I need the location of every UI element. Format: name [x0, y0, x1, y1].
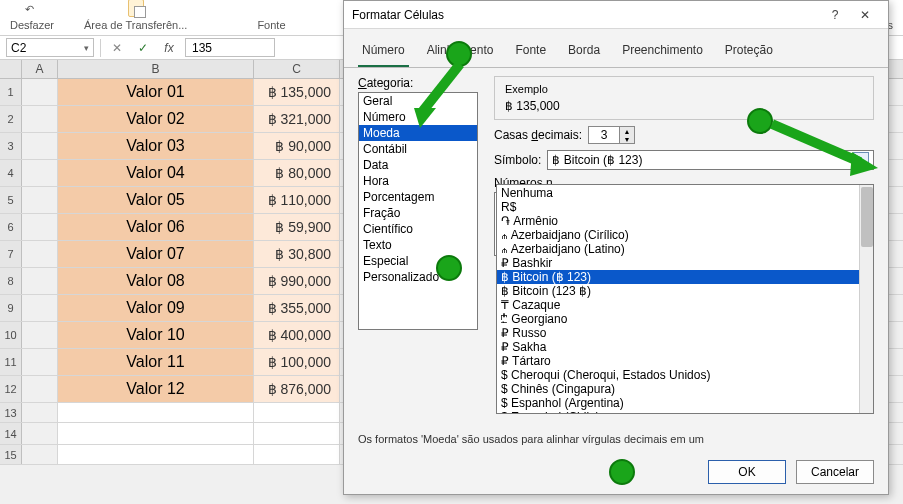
cell[interactable]: ฿ 990,000 [254, 268, 340, 294]
cell[interactable] [58, 445, 254, 464]
category-option[interactable]: Geral [359, 93, 477, 109]
symbol-option[interactable]: ₸ Cazaque [497, 298, 859, 312]
tab-número[interactable]: Número [358, 39, 409, 67]
symbol-option[interactable]: Nenhuma [497, 186, 859, 200]
name-box[interactable]: C2▾ [6, 38, 94, 57]
row-header[interactable]: 2 [0, 106, 22, 132]
cell[interactable]: ฿ 80,000 [254, 160, 340, 186]
col-header[interactable]: A [22, 60, 58, 78]
help-button[interactable]: ? [820, 8, 850, 22]
row-header[interactable]: 12 [0, 376, 22, 402]
symbol-option[interactable]: $ Espanhol (Chile) [497, 410, 859, 413]
row-header[interactable]: 11 [0, 349, 22, 375]
cell[interactable]: Valor 08 [58, 268, 254, 294]
row-header[interactable]: 13 [0, 403, 22, 422]
scrollbar[interactable] [859, 185, 873, 413]
row-header[interactable]: 14 [0, 423, 22, 444]
tab-fonte[interactable]: Fonte [511, 39, 550, 67]
cell[interactable] [22, 295, 58, 321]
tab-borda[interactable]: Borda [564, 39, 604, 67]
cell[interactable]: ฿ 135,000 [254, 79, 340, 105]
fx-icon[interactable]: fx [159, 38, 179, 57]
cell[interactable]: Valor 03 [58, 133, 254, 159]
tab-alinhamento[interactable]: Alinhamento [423, 39, 498, 67]
category-option[interactable]: Número [359, 109, 477, 125]
cell[interactable] [22, 322, 58, 348]
close-button[interactable]: ✕ [850, 8, 880, 22]
category-option[interactable]: Personalizado [359, 269, 477, 285]
category-option[interactable]: Especial [359, 253, 477, 269]
cell[interactable] [58, 423, 254, 444]
cell[interactable]: Valor 09 [58, 295, 254, 321]
cell[interactable] [22, 133, 58, 159]
chevron-down-icon[interactable]: ▾ [853, 152, 869, 168]
row-header[interactable]: 8 [0, 268, 22, 294]
formula-input[interactable] [185, 38, 275, 57]
scrollbar-thumb[interactable] [861, 187, 873, 247]
decimals-input[interactable] [588, 126, 620, 144]
cell[interactable]: ฿ 100,000 [254, 349, 340, 375]
cell[interactable]: Valor 06 [58, 214, 254, 240]
cell[interactable] [22, 106, 58, 132]
cancel-formula-icon[interactable]: ✕ [107, 38, 127, 57]
row-header[interactable]: 9 [0, 295, 22, 321]
symbol-option[interactable]: ₼ Azerbaidjano (Latino) [497, 242, 859, 256]
cell[interactable] [22, 403, 58, 422]
category-option[interactable]: Científico [359, 221, 477, 237]
decimals-spinner[interactable]: ▲▼ [588, 126, 635, 144]
symbol-option[interactable]: ₼ Azerbaidjano (Cirílico) [497, 228, 859, 242]
cell[interactable]: ฿ 59,900 [254, 214, 340, 240]
tab-proteção[interactable]: Proteção [721, 39, 777, 67]
cell[interactable]: Valor 05 [58, 187, 254, 213]
symbol-option[interactable]: ฿ Bitcoin (฿ 123) [497, 270, 859, 284]
cell[interactable] [22, 445, 58, 464]
category-option[interactable]: Porcentagem [359, 189, 477, 205]
cell[interactable]: Valor 07 [58, 241, 254, 267]
symbol-option[interactable]: $ Cheroqui (Cheroqui, Estados Unidos) [497, 368, 859, 382]
cancel-button[interactable]: Cancelar [796, 460, 874, 484]
category-list[interactable]: GeralNúmeroMoedaContábilDataHoraPorcenta… [358, 92, 478, 330]
cell[interactable] [22, 79, 58, 105]
cell[interactable]: Valor 01 [58, 79, 254, 105]
row-header[interactable]: 5 [0, 187, 22, 213]
cell[interactable]: Valor 02 [58, 106, 254, 132]
cell[interactable]: Valor 12 [58, 376, 254, 402]
symbol-dropdown-list[interactable]: NenhumaR$֏ Armênio₼ Azerbaidjano (Ciríli… [496, 184, 874, 414]
cell[interactable] [22, 268, 58, 294]
symbol-select[interactable]: ฿ Bitcoin (฿ 123) ▾ [547, 150, 874, 170]
category-option[interactable]: Fração [359, 205, 477, 221]
cell[interactable] [22, 376, 58, 402]
col-header[interactable]: C [254, 60, 340, 78]
cell[interactable] [22, 160, 58, 186]
step-up-icon[interactable]: ▲ [620, 127, 634, 135]
row-header[interactable]: 10 [0, 322, 22, 348]
symbol-option[interactable]: ₽ Sakha [497, 340, 859, 354]
symbol-option[interactable]: $ Chinês (Cingapura) [497, 382, 859, 396]
cell[interactable]: ฿ 400,000 [254, 322, 340, 348]
cell[interactable]: ฿ 876,000 [254, 376, 340, 402]
category-option[interactable]: Moeda [359, 125, 477, 141]
ok-button[interactable]: OK [708, 460, 786, 484]
symbol-option[interactable]: ₽ Russo [497, 326, 859, 340]
cell[interactable]: ฿ 30,800 [254, 241, 340, 267]
row-header[interactable]: 7 [0, 241, 22, 267]
cell[interactable]: ฿ 355,000 [254, 295, 340, 321]
cell[interactable]: Valor 04 [58, 160, 254, 186]
row-header[interactable]: 3 [0, 133, 22, 159]
symbol-option[interactable]: ₽ Bashkir [497, 256, 859, 270]
symbol-option[interactable]: $ Espanhol (Argentina) [497, 396, 859, 410]
cell[interactable] [254, 423, 340, 444]
row-header[interactable]: 15 [0, 445, 22, 464]
step-down-icon[interactable]: ▼ [620, 135, 634, 143]
cell[interactable]: ฿ 110,000 [254, 187, 340, 213]
undo-icon[interactable]: ↶ [25, 3, 39, 17]
category-option[interactable]: Data [359, 157, 477, 173]
cell[interactable]: Valor 11 [58, 349, 254, 375]
cell[interactable] [22, 214, 58, 240]
cell[interactable]: ฿ 90,000 [254, 133, 340, 159]
chevron-down-icon[interactable]: ▾ [84, 43, 89, 53]
cell[interactable]: Valor 10 [58, 322, 254, 348]
tab-preenchimento[interactable]: Preenchimento [618, 39, 707, 67]
cell[interactable] [254, 403, 340, 422]
symbol-option[interactable]: R$ [497, 200, 859, 214]
